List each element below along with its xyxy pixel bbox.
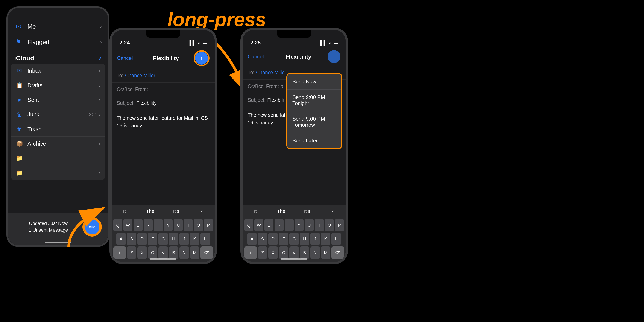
key-y[interactable]: Y: [164, 219, 173, 232]
sidebar-item-inbox[interactable]: ✉ Inbox ›: [11, 64, 105, 78]
chevron-right-icon: ›: [99, 170, 100, 176]
send-icon: ↑: [200, 55, 203, 62]
key-n-r[interactable]: N: [310, 246, 320, 259]
key-d-r[interactable]: D: [268, 233, 278, 245]
key-w-r[interactable]: W: [254, 219, 264, 232]
key-g[interactable]: G: [158, 233, 168, 245]
subject-value-right: Flexibili: [267, 97, 284, 103]
key-b[interactable]: B: [169, 246, 178, 259]
key-shift[interactable]: ⇧: [113, 246, 126, 259]
key-backspace[interactable]: ⌫: [200, 246, 213, 259]
key-r[interactable]: R: [144, 219, 153, 232]
home-indicator-right: [281, 258, 307, 260]
key-i[interactable]: I: [184, 219, 193, 232]
send-later-option[interactable]: Send Later...: [287, 133, 341, 148]
key-d[interactable]: D: [138, 233, 147, 245]
key-k[interactable]: K: [190, 233, 200, 245]
sidebar-item-me[interactable]: ✉ Me ›: [8, 19, 108, 34]
key-i-r[interactable]: I: [315, 219, 324, 232]
key-p-r[interactable]: P: [335, 219, 344, 232]
folder-icon: 📁: [16, 170, 24, 176]
signal-icon-right: ▌▌: [320, 40, 326, 45]
key-z[interactable]: Z: [127, 246, 136, 259]
to-value-right: Chance Mille: [256, 70, 285, 76]
key-v-r[interactable]: V: [289, 246, 299, 259]
chevron-down-icon: ∨: [98, 55, 102, 62]
sidebar-item-folder1[interactable]: 📁 ›: [11, 151, 105, 166]
key-w[interactable]: W: [124, 219, 132, 232]
key-s[interactable]: S: [127, 233, 136, 245]
key-h[interactable]: H: [169, 233, 178, 245]
suggestion-it[interactable]: It: [112, 205, 138, 217]
key-z-r[interactable]: Z: [258, 246, 267, 259]
send-now-option[interactable]: Send Now: [287, 74, 341, 90]
key-u[interactable]: U: [174, 219, 183, 232]
key-e[interactable]: E: [134, 219, 142, 232]
suggestion-its-right[interactable]: It's: [294, 205, 320, 217]
key-q[interactable]: Q: [113, 219, 122, 232]
key-l[interactable]: L: [200, 233, 210, 245]
sidebar-item-folder2[interactable]: 📁 ›: [11, 166, 105, 180]
send-tonight-option[interactable]: Send 9:00 PM Tonight: [287, 90, 341, 111]
sidebar-item-archive[interactable]: 📦 Archive ›: [11, 136, 105, 151]
send-tomorrow-option[interactable]: Send 9:00 PM Tomorrow: [287, 111, 341, 133]
key-b-r[interactable]: B: [300, 246, 309, 259]
status-time-right: 2:25: [250, 40, 260, 46]
key-x[interactable]: X: [138, 246, 147, 259]
cc-field[interactable]: Cc/Bcc, From:: [112, 83, 215, 96]
key-a[interactable]: A: [116, 233, 126, 245]
suggestion-its[interactable]: It's: [163, 205, 189, 217]
suggestion-arrow[interactable]: ‹: [189, 205, 215, 217]
suggestion-arrow-right[interactable]: ‹: [320, 205, 346, 217]
key-s-r[interactable]: S: [258, 233, 267, 245]
key-q-r[interactable]: Q: [244, 219, 253, 232]
key-v[interactable]: V: [158, 246, 168, 259]
key-f[interactable]: F: [148, 233, 157, 245]
key-a-r[interactable]: A: [247, 233, 257, 245]
key-o[interactable]: O: [194, 219, 203, 232]
suggestion-the-right[interactable]: The: [268, 205, 294, 217]
send-button-right[interactable]: ↑: [328, 50, 340, 63]
compose-header-middle: Cancel Flexibility ↑: [112, 48, 215, 69]
key-f-r[interactable]: F: [279, 233, 288, 245]
key-m[interactable]: M: [190, 246, 200, 259]
key-l-r[interactable]: L: [332, 233, 341, 245]
key-e-r[interactable]: E: [264, 219, 274, 232]
sidebar-item-trash[interactable]: 🗑 Trash ›: [11, 122, 105, 136]
to-label-right: To:: [248, 70, 254, 76]
key-o-r[interactable]: O: [325, 219, 334, 232]
to-field[interactable]: To: Chance Miller: [112, 69, 215, 83]
key-m-r[interactable]: M: [321, 246, 330, 259]
icloud-section-header[interactable]: iCloud ∨: [8, 50, 108, 64]
key-k-r[interactable]: K: [321, 233, 330, 245]
key-n[interactable]: N: [180, 246, 189, 259]
send-button[interactable]: ↑: [195, 52, 208, 64]
key-u-r[interactable]: U: [304, 219, 314, 232]
key-j-r[interactable]: J: [310, 233, 320, 245]
keyboard-rows: Q W E R T Y U I O P A S D F G H J K L: [112, 217, 215, 262]
sidebar-item-sent[interactable]: ➤ Sent ›: [11, 93, 105, 107]
key-x-r[interactable]: X: [268, 246, 278, 259]
sidebar-item-junk[interactable]: 🗑 Junk 301 ›: [11, 107, 105, 122]
key-c[interactable]: C: [148, 246, 157, 259]
cancel-button[interactable]: Cancel: [117, 55, 138, 61]
long-press-label: long-press: [168, 8, 266, 31]
cancel-button-right[interactable]: Cancel: [248, 54, 269, 60]
key-p[interactable]: P: [204, 219, 213, 232]
key-backspace-r[interactable]: ⌫: [332, 246, 344, 259]
key-t-r[interactable]: T: [285, 219, 294, 232]
sidebar-item-flagged[interactable]: ⚑ Flagged ›: [8, 34, 108, 50]
key-g-r[interactable]: G: [289, 233, 299, 245]
key-y-r[interactable]: Y: [295, 219, 304, 232]
key-j[interactable]: J: [180, 233, 189, 245]
key-r-r[interactable]: R: [274, 219, 284, 232]
key-t[interactable]: T: [154, 219, 163, 232]
sidebar-item-drafts[interactable]: 📋 Drafts ›: [11, 78, 105, 93]
suggestion-it-right[interactable]: It: [242, 205, 268, 217]
suggestion-the[interactable]: The: [138, 205, 163, 217]
key-shift-r[interactable]: ⇧: [244, 246, 257, 259]
key-h-r[interactable]: H: [300, 233, 309, 245]
compose-body[interactable]: The new send later feature for Mail in i…: [112, 110, 215, 134]
subject-field[interactable]: Subject: Flexibility: [112, 96, 215, 110]
key-c-r[interactable]: C: [279, 246, 288, 259]
